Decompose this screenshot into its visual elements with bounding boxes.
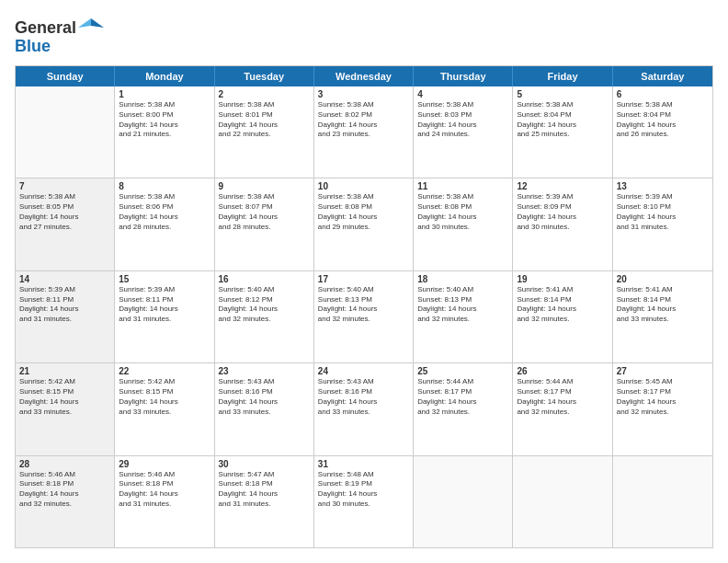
calendar-cell: 6Sunrise: 5:38 AM Sunset: 8:04 PM Daylig… bbox=[613, 86, 712, 178]
day-info: Sunrise: 5:38 AM Sunset: 8:04 PM Dayligh… bbox=[517, 100, 608, 140]
cal-header-day: Wednesday bbox=[314, 66, 414, 86]
cal-header-day: Tuesday bbox=[215, 66, 314, 86]
day-info: Sunrise: 5:38 AM Sunset: 8:03 PM Dayligh… bbox=[417, 100, 508, 140]
day-number: 25 bbox=[417, 366, 508, 376]
day-number: 9 bbox=[219, 181, 310, 191]
day-number: 16 bbox=[219, 274, 310, 284]
day-info: Sunrise: 5:38 AM Sunset: 8:02 PM Dayligh… bbox=[318, 100, 409, 140]
calendar-cell: 3Sunrise: 5:38 AM Sunset: 8:02 PM Daylig… bbox=[314, 86, 414, 178]
calendar-cell: 19Sunrise: 5:41 AM Sunset: 8:14 PM Dayli… bbox=[513, 271, 612, 362]
calendar-cell: 4Sunrise: 5:38 AM Sunset: 8:03 PM Daylig… bbox=[414, 86, 513, 178]
calendar-cell: 20Sunrise: 5:41 AM Sunset: 8:14 PM Dayli… bbox=[613, 271, 712, 362]
day-info: Sunrise: 5:38 AM Sunset: 8:07 PM Dayligh… bbox=[219, 192, 310, 232]
calendar-cell bbox=[16, 86, 115, 178]
calendar-cell: 23Sunrise: 5:43 AM Sunset: 8:16 PM Dayli… bbox=[215, 363, 314, 454]
day-info: Sunrise: 5:40 AM Sunset: 8:12 PM Dayligh… bbox=[219, 285, 310, 325]
calendar-cell: 1Sunrise: 5:38 AM Sunset: 8:00 PM Daylig… bbox=[115, 86, 214, 178]
calendar-header: SundayMondayTuesdayWednesdayThursdayFrid… bbox=[16, 66, 712, 86]
day-number: 10 bbox=[318, 181, 409, 191]
calendar-cell: 15Sunrise: 5:39 AM Sunset: 8:11 PM Dayli… bbox=[115, 271, 214, 362]
cal-header-day: Saturday bbox=[613, 66, 712, 86]
day-info: Sunrise: 5:41 AM Sunset: 8:14 PM Dayligh… bbox=[517, 285, 608, 325]
day-number: 26 bbox=[517, 366, 608, 376]
calendar-cell: 27Sunrise: 5:45 AM Sunset: 8:17 PM Dayli… bbox=[613, 363, 712, 454]
calendar-row: 28Sunrise: 5:46 AM Sunset: 8:18 PM Dayli… bbox=[16, 455, 712, 547]
day-info: Sunrise: 5:39 AM Sunset: 8:11 PM Dayligh… bbox=[19, 285, 110, 325]
day-info: Sunrise: 5:40 AM Sunset: 8:13 PM Dayligh… bbox=[417, 285, 508, 325]
day-info: Sunrise: 5:44 AM Sunset: 8:17 PM Dayligh… bbox=[517, 377, 608, 417]
day-number: 1 bbox=[119, 89, 210, 99]
day-info: Sunrise: 5:40 AM Sunset: 8:13 PM Dayligh… bbox=[318, 285, 409, 325]
day-number: 19 bbox=[517, 274, 608, 284]
day-number: 2 bbox=[219, 89, 310, 99]
day-info: Sunrise: 5:47 AM Sunset: 8:18 PM Dayligh… bbox=[219, 470, 310, 510]
day-number: 18 bbox=[417, 274, 508, 284]
calendar-cell: 13Sunrise: 5:39 AM Sunset: 8:10 PM Dayli… bbox=[613, 178, 712, 270]
day-info: Sunrise: 5:43 AM Sunset: 8:16 PM Dayligh… bbox=[219, 377, 310, 417]
calendar-cell: 25Sunrise: 5:44 AM Sunset: 8:17 PM Dayli… bbox=[414, 363, 513, 454]
calendar-cell: 28Sunrise: 5:46 AM Sunset: 8:18 PM Dayli… bbox=[16, 456, 115, 547]
day-number: 17 bbox=[318, 274, 409, 284]
day-number: 21 bbox=[19, 366, 110, 376]
svg-marker-0 bbox=[91, 18, 104, 28]
day-info: Sunrise: 5:38 AM Sunset: 8:04 PM Dayligh… bbox=[617, 100, 709, 140]
svg-marker-1 bbox=[78, 18, 91, 28]
day-info: Sunrise: 5:39 AM Sunset: 8:10 PM Dayligh… bbox=[617, 192, 709, 232]
calendar-cell: 9Sunrise: 5:38 AM Sunset: 8:07 PM Daylig… bbox=[215, 178, 314, 270]
calendar-cell: 31Sunrise: 5:48 AM Sunset: 8:19 PM Dayli… bbox=[314, 456, 414, 547]
calendar-cell bbox=[513, 456, 612, 547]
calendar-row: 21Sunrise: 5:42 AM Sunset: 8:15 PM Dayli… bbox=[16, 362, 712, 454]
calendar-cell bbox=[414, 456, 513, 547]
calendar-cell: 16Sunrise: 5:40 AM Sunset: 8:12 PM Dayli… bbox=[215, 271, 314, 362]
cal-header-day: Friday bbox=[513, 66, 612, 86]
day-number: 11 bbox=[417, 181, 508, 191]
day-number: 12 bbox=[517, 181, 608, 191]
calendar-cell: 22Sunrise: 5:42 AM Sunset: 8:15 PM Dayli… bbox=[115, 363, 214, 454]
calendar-row: 14Sunrise: 5:39 AM Sunset: 8:11 PM Dayli… bbox=[16, 270, 712, 362]
calendar: SundayMondayTuesdayWednesdayThursdayFrid… bbox=[15, 65, 713, 548]
cal-header-day: Monday bbox=[115, 66, 214, 86]
day-number: 31 bbox=[318, 459, 409, 469]
day-number: 7 bbox=[19, 181, 110, 191]
day-number: 13 bbox=[617, 181, 709, 191]
calendar-cell: 29Sunrise: 5:46 AM Sunset: 8:18 PM Dayli… bbox=[115, 456, 214, 547]
day-info: Sunrise: 5:42 AM Sunset: 8:15 PM Dayligh… bbox=[19, 377, 110, 417]
calendar-body: 1Sunrise: 5:38 AM Sunset: 8:00 PM Daylig… bbox=[16, 86, 712, 547]
day-number: 15 bbox=[119, 274, 210, 284]
logo: General Blue bbox=[15, 15, 104, 56]
calendar-cell: 17Sunrise: 5:40 AM Sunset: 8:13 PM Dayli… bbox=[314, 271, 414, 362]
logo-bird-icon bbox=[78, 15, 104, 40]
calendar-cell: 7Sunrise: 5:38 AM Sunset: 8:05 PM Daylig… bbox=[16, 178, 115, 270]
logo-general: General bbox=[15, 18, 76, 38]
day-number: 5 bbox=[517, 89, 608, 99]
calendar-cell: 11Sunrise: 5:38 AM Sunset: 8:08 PM Dayli… bbox=[414, 178, 513, 270]
day-number: 3 bbox=[318, 89, 409, 99]
day-info: Sunrise: 5:42 AM Sunset: 8:15 PM Dayligh… bbox=[119, 377, 210, 417]
calendar-row: 7Sunrise: 5:38 AM Sunset: 8:05 PM Daylig… bbox=[16, 178, 712, 270]
day-info: Sunrise: 5:48 AM Sunset: 8:19 PM Dayligh… bbox=[318, 470, 409, 510]
day-info: Sunrise: 5:44 AM Sunset: 8:17 PM Dayligh… bbox=[417, 377, 508, 417]
day-info: Sunrise: 5:46 AM Sunset: 8:18 PM Dayligh… bbox=[119, 470, 210, 510]
calendar-cell bbox=[613, 456, 712, 547]
cal-header-day: Thursday bbox=[414, 66, 513, 86]
day-info: Sunrise: 5:43 AM Sunset: 8:16 PM Dayligh… bbox=[318, 377, 409, 417]
day-number: 14 bbox=[19, 274, 110, 284]
day-info: Sunrise: 5:39 AM Sunset: 8:09 PM Dayligh… bbox=[517, 192, 608, 232]
calendar-cell: 12Sunrise: 5:39 AM Sunset: 8:09 PM Dayli… bbox=[513, 178, 612, 270]
calendar-cell: 8Sunrise: 5:38 AM Sunset: 8:06 PM Daylig… bbox=[115, 178, 214, 270]
calendar-cell: 24Sunrise: 5:43 AM Sunset: 8:16 PM Dayli… bbox=[314, 363, 414, 454]
day-number: 4 bbox=[417, 89, 508, 99]
calendar-cell: 18Sunrise: 5:40 AM Sunset: 8:13 PM Dayli… bbox=[414, 271, 513, 362]
day-number: 27 bbox=[617, 366, 709, 376]
day-info: Sunrise: 5:45 AM Sunset: 8:17 PM Dayligh… bbox=[617, 377, 709, 417]
day-info: Sunrise: 5:38 AM Sunset: 8:01 PM Dayligh… bbox=[219, 100, 310, 140]
calendar-cell: 30Sunrise: 5:47 AM Sunset: 8:18 PM Dayli… bbox=[215, 456, 314, 547]
day-info: Sunrise: 5:41 AM Sunset: 8:14 PM Dayligh… bbox=[617, 285, 709, 325]
cal-header-day: Sunday bbox=[16, 66, 115, 86]
day-number: 29 bbox=[119, 459, 210, 469]
day-number: 28 bbox=[19, 459, 110, 469]
day-info: Sunrise: 5:38 AM Sunset: 8:08 PM Dayligh… bbox=[318, 192, 409, 232]
day-number: 23 bbox=[219, 366, 310, 376]
calendar-row: 1Sunrise: 5:38 AM Sunset: 8:00 PM Daylig… bbox=[16, 86, 712, 178]
day-info: Sunrise: 5:38 AM Sunset: 8:05 PM Dayligh… bbox=[19, 192, 110, 232]
